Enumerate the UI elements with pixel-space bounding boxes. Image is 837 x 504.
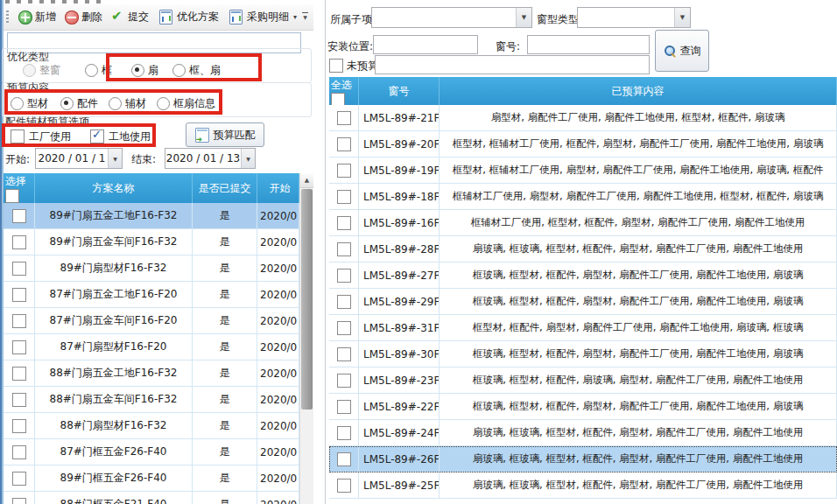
window-no-cell[interactable]: LM5L-89#-26F24 [359, 446, 440, 472]
table-row[interactable]: LM5L-89#-23F21框玻璃, 框型材, 框配件, 扇玻璃, 扇型材, 扇… [329, 368, 837, 394]
add-button[interactable]: 新增 [14, 8, 60, 26]
chevron-down-icon[interactable]: ▾ [293, 13, 297, 21]
chevron-down-icon[interactable] [241, 149, 255, 168]
radio-frame-sash[interactable] [172, 64, 186, 77]
row-select-cell[interactable] [329, 105, 359, 130]
no-budget-checkbox[interactable] [329, 59, 343, 73]
window-no-cell[interactable]: LM5L-89#-18F16 [359, 184, 440, 209]
radio-sash[interactable] [131, 64, 144, 77]
table-row[interactable]: 88#门扇五金车间F16-F32是2020/0 [4, 387, 299, 413]
plan-name-cell[interactable]: 87#门框五金F26-F40 [35, 439, 193, 465]
row-select-cell[interactable] [4, 229, 35, 255]
budgeted-content-header[interactable]: 已预算内容 [440, 77, 837, 105]
row-select-cell[interactable] [4, 282, 35, 307]
window-no-cell[interactable]: LM5L-89#-24F22 [359, 420, 440, 445]
radio-auxiliary[interactable] [109, 97, 122, 110]
row-select-cell[interactable] [4, 360, 35, 386]
plan-name-header[interactable]: 方案名称 [35, 173, 193, 203]
row-checkbox[interactable] [12, 314, 26, 328]
row-checkbox[interactable] [337, 426, 351, 440]
chevron-down-icon[interactable] [516, 8, 531, 27]
row-select-cell[interactable] [329, 184, 359, 209]
table-row[interactable]: LM5L-89#-27F25框玻璃, 框型材, 框配件, 扇型材, 扇配件工厂使… [329, 262, 837, 289]
row-select-cell[interactable] [4, 413, 35, 438]
row-select-cell[interactable] [4, 334, 35, 360]
table-row[interactable]: LM5L-89#-22F20框玻璃, 框型材, 框配件, 扇型材, 扇配件工厂使… [329, 394, 837, 420]
window-no-cell[interactable]: LM5L-89#-28F26 [359, 236, 440, 262]
row-select-cell[interactable] [329, 341, 359, 367]
row-select-cell[interactable] [329, 210, 359, 235]
plan-name-cell[interactable]: 89#门框五金F26-F40 [35, 466, 193, 491]
window-no-cell[interactable]: LM5L-89#-25F23 [359, 472, 440, 498]
window-no-cell[interactable]: LM5L-89#-31F29 [359, 315, 440, 340]
panel-divider[interactable] [325, 0, 326, 504]
row-checkbox[interactable] [12, 498, 26, 504]
chevron-down-icon[interactable] [674, 8, 690, 27]
chevron-down-icon[interactable] [108, 149, 122, 168]
radio-frame[interactable] [85, 64, 98, 77]
row-select-cell[interactable] [329, 289, 359, 314]
start-header[interactable]: 开始 [257, 173, 299, 203]
window-no-cell[interactable]: LM5L-89#-29F27 [359, 289, 440, 314]
row-checkbox[interactable] [337, 400, 351, 414]
row-checkbox[interactable] [337, 269, 351, 283]
row-select-cell[interactable] [329, 368, 359, 393]
row-select-cell[interactable] [4, 203, 35, 228]
plan-name-cell[interactable]: 88#门扇五金车间F16-F32 [35, 387, 193, 412]
no-budget-input[interactable] [375, 55, 650, 74]
table-row[interactable]: LM5L-89#-21F19扇型材, 扇配件工厂使用, 扇配件工地使用, 框型材… [329, 105, 837, 131]
scroll-up-icon[interactable] [300, 173, 313, 188]
window-no-cell[interactable]: LM5L-89#-20F18 [359, 131, 440, 157]
query-button[interactable]: 查询 [655, 30, 709, 72]
row-checkbox[interactable] [337, 137, 351, 151]
row-checkbox[interactable] [12, 419, 26, 433]
row-select-cell[interactable] [329, 446, 359, 472]
radio-frame-sash-info[interactable] [157, 97, 170, 110]
table-row[interactable]: LM5L-89#-30F28框玻璃, 框型材, 框配件, 扇型材, 扇配件工厂使… [329, 341, 837, 368]
row-select-cell[interactable] [329, 262, 359, 288]
table-row[interactable]: LM5L-89#-20F18框型材, 框辅材工厂使用, 框配件, 扇型材, 扇配… [329, 131, 837, 158]
row-select-cell[interactable] [4, 387, 35, 412]
row-checkbox[interactable] [337, 321, 351, 335]
budget-match-button[interactable]: 预算匹配 [186, 122, 264, 147]
window-no-cell[interactable]: LM5L-89#-30F28 [359, 341, 440, 367]
table-row[interactable]: 89#门扇五金工地F16-F32是2020/0 [4, 203, 299, 229]
table-row[interactable]: LM5L-89#-19F17框型材, 框辅材工厂使用, 扇型材, 扇配件工厂使用… [329, 158, 837, 184]
row-checkbox[interactable] [12, 209, 26, 223]
factory-use-checkbox[interactable] [11, 130, 25, 144]
plan-name-cell[interactable]: 89#门扇型材F16-F32 [35, 256, 193, 281]
table-row[interactable]: LM5L-89#-18F16框辅材工厂使用, 扇型材, 扇配件工厂使用, 扇配件… [329, 184, 837, 210]
purchase-detail-button[interactable]: 采购明细 ▾ [223, 8, 301, 26]
row-select-cell[interactable] [329, 394, 359, 419]
row-checkbox[interactable] [337, 347, 351, 361]
row-checkbox[interactable] [337, 374, 351, 388]
plan-name-cell[interactable]: 88#门扇型材F16-F32 [35, 413, 193, 438]
plan-name-cell[interactable]: 88#门框五金F21-F40 [35, 492, 193, 504]
window-no-input[interactable] [527, 35, 650, 54]
install-position-input[interactable] [373, 35, 478, 54]
delete-button[interactable]: 删除 [60, 8, 107, 26]
radio-whole-window[interactable] [23, 64, 36, 77]
scrollbar-thumb[interactable] [301, 189, 313, 410]
row-checkbox[interactable] [337, 164, 351, 178]
select-all-checkbox[interactable] [5, 189, 19, 203]
row-select-cell[interactable] [4, 466, 35, 491]
window-no-header[interactable]: 窗号 [359, 77, 440, 105]
table-row[interactable]: LM5L-89#-25F23扇玻璃, 框玻璃, 框型材, 框配件, 扇型材, 扇… [329, 472, 837, 499]
table-row[interactable]: LM5L-89#-24F22扇玻璃, 框玻璃, 框型材, 框配件, 扇型材, 扇… [329, 420, 837, 446]
optimize-plan-button[interactable]: 优化方案 [153, 8, 223, 26]
start-date-picker[interactable]: 2020 / 01 / 1 [35, 148, 123, 169]
table-row[interactable]: 88#门扇五金工地F16-F32是2020/0 [4, 360, 299, 387]
select-all-checkbox[interactable] [331, 93, 345, 105]
row-checkbox[interactable] [12, 288, 26, 302]
plan-name-cell[interactable]: 87#门扇五金车间F16-F20 [35, 308, 193, 333]
row-select-cell[interactable] [4, 492, 35, 504]
table-row[interactable]: 87#门扇五金车间F16-F20是2020/0 [4, 308, 299, 334]
end-date-picker[interactable]: 2020 / 01 / 13 [165, 148, 256, 169]
table-row[interactable]: 87#门扇型材F16-F20是2020/0 [4, 334, 299, 360]
plan-name-cell[interactable]: 87#门扇型材F16-F20 [35, 334, 193, 360]
row-select-cell[interactable] [329, 158, 359, 183]
radio-profile[interactable] [11, 97, 24, 110]
table-row[interactable]: 87#门框五金F26-F40是2020/0 [4, 439, 299, 466]
window-type-combobox[interactable] [577, 7, 691, 28]
